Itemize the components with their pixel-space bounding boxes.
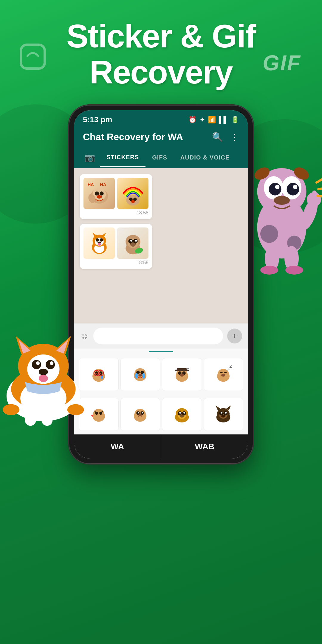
svg-point-55 bbox=[95, 238, 99, 242]
search-icon[interactable]: 🔍 bbox=[212, 132, 223, 142]
svg-point-105 bbox=[135, 409, 146, 419]
svg-point-31 bbox=[36, 361, 40, 365]
courage-dog-decoration bbox=[236, 138, 322, 281]
sticker-icon-decoration bbox=[18, 42, 48, 73]
svg-point-34 bbox=[39, 375, 48, 382]
svg-point-58 bbox=[97, 243, 101, 245]
svg-rect-35 bbox=[25, 412, 36, 426]
svg-point-100 bbox=[93, 409, 104, 419]
status-icons: ⏰ ✦ 📶 ▌▌ 🔋 bbox=[188, 116, 239, 124]
sticker-cell-7[interactable] bbox=[162, 398, 202, 431]
svg-point-56 bbox=[100, 238, 103, 242]
svg-rect-0 bbox=[21, 45, 45, 69]
add-sticker-btn[interactable]: + bbox=[227, 329, 242, 343]
sticker-panel: ♥ ♥ bbox=[74, 349, 248, 434]
svg-line-22 bbox=[318, 188, 322, 189]
tab-wa[interactable]: WA bbox=[74, 435, 161, 459]
svg-point-108 bbox=[138, 412, 139, 414]
svg-point-101 bbox=[95, 412, 98, 415]
svg-point-83 bbox=[142, 373, 145, 379]
sticker-grid-row1: ♥ ♥ bbox=[74, 354, 248, 394]
tab-audio[interactable]: AUDIO & VOICE bbox=[174, 149, 236, 166]
sticker-cell-2[interactable] bbox=[120, 358, 160, 391]
svg-point-64 bbox=[130, 239, 132, 242]
svg-text:♥: ♥ bbox=[99, 372, 101, 375]
sticker-pug-funny bbox=[117, 227, 148, 259]
svg-rect-16 bbox=[312, 191, 317, 200]
svg-point-44 bbox=[100, 191, 104, 196]
tab-gifs[interactable]: GIFS bbox=[145, 149, 174, 166]
svg-point-5 bbox=[269, 183, 281, 196]
svg-point-117 bbox=[183, 412, 185, 414]
sticker-group-1: HA HA bbox=[80, 174, 152, 219]
timestamp-1: 18:58 bbox=[83, 210, 148, 216]
svg-point-98 bbox=[221, 374, 225, 377]
sticker-grid-row2: ♥ bbox=[74, 394, 248, 434]
svg-line-23 bbox=[318, 196, 322, 197]
svg-point-77 bbox=[101, 376, 103, 379]
svg-point-43 bbox=[95, 191, 99, 196]
sticker-group-2: 18:58 bbox=[80, 224, 152, 269]
sticker-corgi bbox=[83, 227, 115, 259]
svg-point-45 bbox=[97, 195, 102, 198]
sticker-cell-8[interactable] bbox=[204, 398, 244, 431]
svg-point-66 bbox=[130, 242, 136, 247]
svg-point-102 bbox=[99, 412, 102, 415]
app-bar-title: Chat Recovery for WA bbox=[83, 131, 183, 143]
svg-text:♥: ♥ bbox=[91, 413, 93, 418]
phone-screen: 5:13 pm ⏰ ✦ 📶 ▌▌ 🔋 Chat Recovery for WA … bbox=[74, 110, 248, 459]
svg-point-9 bbox=[274, 196, 290, 205]
svg-point-124 bbox=[221, 412, 223, 414]
svg-point-50 bbox=[131, 200, 135, 203]
tab-bar: 📷 STICKERS GIFS AUDIO & VOICE bbox=[74, 147, 248, 168]
svg-point-82 bbox=[135, 373, 138, 379]
tab-wab[interactable]: WAB bbox=[161, 435, 248, 459]
battery-icon: 🔋 bbox=[231, 116, 239, 124]
svg-point-92 bbox=[180, 374, 184, 377]
timestamp-2: 18:58 bbox=[83, 260, 148, 265]
sticker-cell-6[interactable] bbox=[120, 398, 160, 431]
svg-point-118 bbox=[180, 415, 184, 417]
svg-point-84 bbox=[138, 374, 142, 377]
sticker-ha-ha-1: HA HA bbox=[83, 178, 115, 209]
phone-wrapper: 5:13 pm ⏰ ✦ 📶 ▌▌ 🔋 Chat Recovery for WA … bbox=[0, 105, 322, 464]
bluetooth-icon: ✦ bbox=[199, 116, 205, 124]
corgi-dog-decoration bbox=[0, 327, 89, 428]
status-bar: 5:13 pm ⏰ ✦ 📶 ▌▌ 🔋 bbox=[74, 110, 248, 127]
status-time: 5:13 pm bbox=[83, 115, 112, 124]
sticker-cell-3[interactable]: ? bbox=[162, 358, 202, 391]
indicator-line bbox=[149, 351, 173, 352]
svg-point-30 bbox=[46, 360, 55, 369]
svg-rect-36 bbox=[41, 412, 52, 426]
svg-point-8 bbox=[293, 185, 298, 189]
hero-title-line1: Sticker & Gif bbox=[66, 18, 256, 54]
svg-point-29 bbox=[32, 360, 41, 369]
svg-point-20 bbox=[285, 266, 303, 275]
gif-label: GIF bbox=[263, 51, 301, 75]
svg-point-126 bbox=[221, 415, 225, 417]
message-input[interactable] bbox=[93, 328, 223, 344]
svg-point-116 bbox=[179, 412, 181, 414]
app-bar: Chat Recovery for WA 🔍 ⋮ bbox=[74, 127, 248, 147]
panel-indicator bbox=[74, 349, 248, 354]
svg-line-21 bbox=[317, 178, 322, 182]
svg-point-38 bbox=[67, 404, 84, 415]
svg-point-37 bbox=[3, 404, 19, 415]
svg-text:♥: ♥ bbox=[95, 372, 97, 375]
svg-text:?: ? bbox=[187, 367, 189, 373]
svg-point-109 bbox=[142, 412, 143, 414]
svg-text:HA: HA bbox=[100, 182, 106, 187]
alarm-icon: ⏰ bbox=[188, 116, 196, 124]
app-bar-actions: 🔍 ⋮ bbox=[212, 132, 239, 142]
svg-point-110 bbox=[138, 414, 142, 416]
svg-point-7 bbox=[275, 185, 280, 189]
tab-camera[interactable]: 📷 bbox=[80, 147, 100, 168]
svg-point-125 bbox=[225, 412, 227, 414]
signal-icon: ▌▌ bbox=[219, 116, 228, 124]
svg-point-12 bbox=[260, 225, 278, 243]
tab-stickers[interactable]: STICKERS bbox=[100, 148, 145, 167]
svg-point-19 bbox=[260, 266, 278, 275]
chat-area: HA HA bbox=[74, 168, 248, 323]
svg-text:HA: HA bbox=[87, 182, 94, 187]
sticker-cell-4[interactable]: z z z bbox=[204, 358, 244, 391]
